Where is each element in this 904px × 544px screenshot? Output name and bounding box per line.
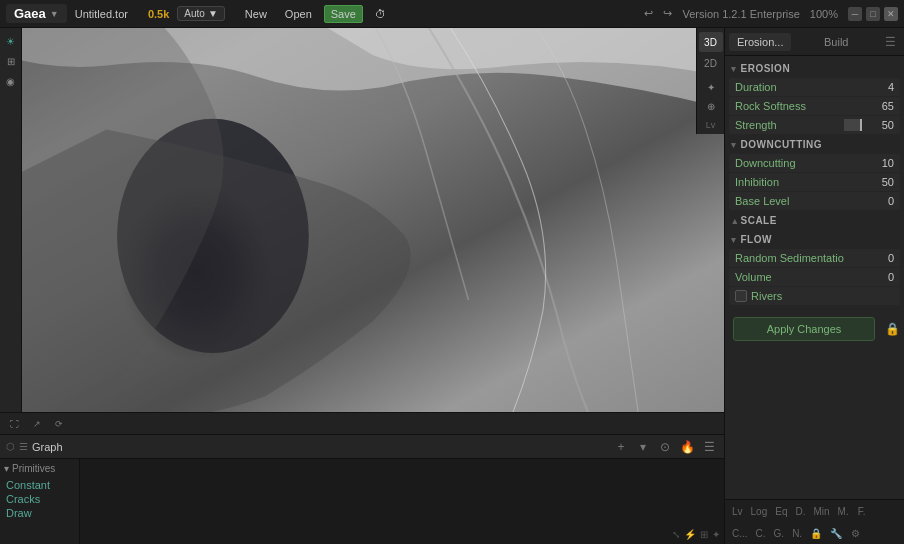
base-level-row[interactable]: Base Level 0 <box>729 192 900 210</box>
compass-icon[interactable]: ⊕ <box>702 97 720 115</box>
mini-d-button[interactable]: D. <box>792 505 808 518</box>
mini-f-button[interactable]: F. <box>854 505 870 518</box>
minimize-button[interactable]: ─ <box>848 7 862 21</box>
filename: Untitled.tor <box>75 8 128 20</box>
duration-row[interactable]: Duration 4 <box>729 78 900 96</box>
sphere-icon[interactable]: ◉ <box>2 72 20 90</box>
volume-row[interactable]: Volume 0 <box>729 268 900 286</box>
auto-button[interactable]: Auto ▼ <box>177 6 224 21</box>
lock-icon[interactable]: 🔒 <box>885 322 900 336</box>
scale-section-header[interactable]: ▸ SCALE <box>725 212 904 229</box>
save-button[interactable]: Save <box>324 5 363 23</box>
graph-dropdown-button[interactable]: ▾ <box>634 438 652 456</box>
version-label: Version 1.2.1 Enterprise <box>682 8 799 20</box>
panel-mini-toolbar: Lv Log Eq D. Min M. F. C... C. G. N. 🔒 🔧… <box>725 499 904 544</box>
random-sed-value: 0 <box>870 252 894 264</box>
tab-build[interactable]: Build <box>816 33 856 51</box>
mini-gear-button[interactable]: ⚙ <box>847 527 863 540</box>
maximize-button[interactable]: □ <box>866 7 880 21</box>
poly-count[interactable]: 0.5k <box>148 8 169 20</box>
app-menu-chevron: ▼ <box>50 9 59 19</box>
viewport-left-tools: ☀ ⊞ ◉ <box>0 28 22 412</box>
open-button[interactable]: Open <box>279 6 318 22</box>
graph-header: ⬡ ☰ Graph + ▾ ⊙ 🔥 ☰ <box>0 435 724 459</box>
3d-viewport[interactable]: ☀ ⊞ ◉ 3D 2D ✦ ⊕ Lv <box>0 28 724 412</box>
brightness-icon[interactable]: ✦ <box>702 78 720 96</box>
graph-header-right: + ▾ ⊙ 🔥 ☰ <box>612 438 718 456</box>
rock-softness-value: 65 <box>870 100 894 112</box>
mini-m-button[interactable]: M. <box>835 505 852 518</box>
graph-flame-button[interactable]: 🔥 <box>678 438 696 456</box>
erosion-chevron: ▾ <box>731 64 737 74</box>
graph-content: ▾ Primitives Constant Cracks Draw ⤡ ⚡ ⊞ … <box>0 459 724 544</box>
random-sed-label: Random Sedimentatio <box>735 252 866 264</box>
strength-label: Strength <box>735 119 840 131</box>
app-logo[interactable]: Gaea ▼ <box>6 4 67 23</box>
strength-row[interactable]: Strength 50 <box>729 116 900 134</box>
rivers-label: Rivers <box>751 290 894 302</box>
downcutting-chevron: ▾ <box>731 140 737 150</box>
graph-add-button[interactable]: + <box>612 438 630 456</box>
close-button[interactable]: ✕ <box>884 7 898 21</box>
graph-nodes-area[interactable]: ⤡ ⚡ ⊞ ✦ <box>80 459 724 544</box>
auto-chevron: ▼ <box>208 8 218 19</box>
graph-tool-3[interactable]: ⊞ <box>700 529 708 540</box>
rock-softness-row[interactable]: Rock Softness 65 <box>729 97 900 115</box>
graph-menu-button[interactable]: ☰ <box>700 438 718 456</box>
graph-tool-1[interactable]: ⤡ <box>672 529 680 540</box>
terrain-view <box>0 28 724 412</box>
random-sed-row[interactable]: Random Sedimentatio 0 <box>729 249 900 267</box>
redo-icon[interactable]: ↪ <box>663 7 672 20</box>
downcutting-value: 10 <box>870 157 894 169</box>
mini-wrench-button[interactable]: 🔧 <box>827 527 845 540</box>
base-level-value: 0 <box>870 195 894 207</box>
2d-mode-button[interactable]: 2D <box>699 53 723 73</box>
erosion-section-header[interactable]: ▾ EROSION <box>725 60 904 77</box>
inhibition-label: Inhibition <box>735 176 866 188</box>
inhibition-row[interactable]: Inhibition 50 <box>729 173 900 191</box>
new-button[interactable]: New <box>239 6 273 22</box>
graph-tool-4[interactable]: ✦ <box>712 529 720 540</box>
graph-location-button[interactable]: ⊙ <box>656 438 674 456</box>
flow-chevron: ▾ <box>731 235 737 245</box>
tab-erosion[interactable]: Erosion... <box>729 33 791 51</box>
viewport-rotate-icon: ⟳ <box>51 418 67 430</box>
mini-n-button[interactable]: N. <box>789 527 805 540</box>
mini-c1-button[interactable]: C... <box>729 527 751 540</box>
primitives-label: Primitives <box>12 463 55 474</box>
mini-min-button[interactable]: Min <box>810 505 832 518</box>
graph-title-area: ⬡ ☰ Graph <box>6 441 606 453</box>
layers-icon[interactable]: ⊞ <box>2 52 20 70</box>
erosion-section-label: EROSION <box>741 63 791 74</box>
inhibition-value: 50 <box>870 176 894 188</box>
rivers-row[interactable]: Rivers <box>729 287 900 305</box>
3d-mode-button[interactable]: 3D <box>699 32 723 52</box>
mini-g-button[interactable]: G. <box>771 527 788 540</box>
main-area: ☀ ⊞ ◉ 3D 2D ✦ ⊕ Lv ⛶ ↗ ⟳ ⬡ ☰ <box>0 28 904 544</box>
primitive-draw[interactable]: Draw <box>4 506 75 520</box>
mini-c2-button[interactable]: C. <box>753 527 769 540</box>
duration-label: Duration <box>735 81 866 93</box>
sun-icon[interactable]: ☀ <box>2 32 20 50</box>
panel-menu-button[interactable]: ☰ <box>881 33 900 51</box>
viewport-bottom-bar: ⛶ ↗ ⟳ <box>0 412 724 434</box>
undo-icon[interactable]: ↩ <box>644 7 653 20</box>
downcutting-section-label: DOWNCUTTING <box>741 139 823 150</box>
viewport-area: ☀ ⊞ ◉ 3D 2D ✦ ⊕ Lv ⛶ ↗ ⟳ ⬡ ☰ <box>0 28 724 544</box>
mini-lv-button[interactable]: Lv <box>729 505 746 518</box>
primitives-panel: ▾ Primitives Constant Cracks Draw <box>0 459 80 544</box>
primitive-constant[interactable]: Constant <box>4 478 75 492</box>
downcutting-row[interactable]: Downcutting 10 <box>729 154 900 172</box>
mini-log-button[interactable]: Log <box>748 505 771 518</box>
strength-value: 50 <box>870 119 894 131</box>
graph-tool-2[interactable]: ⚡ <box>684 529 696 540</box>
mini-lock-button[interactable]: 🔒 <box>807 527 825 540</box>
graph-icon: ⬡ <box>6 441 15 452</box>
rivers-checkbox[interactable] <box>735 290 747 302</box>
apply-changes-button[interactable]: Apply Changes <box>733 317 875 341</box>
primitive-cracks[interactable]: Cracks <box>4 492 75 506</box>
mini-eq-button[interactable]: Eq <box>772 505 790 518</box>
downcutting-section-header[interactable]: ▾ DOWNCUTTING <box>725 136 904 153</box>
apply-row: Apply Changes 🔒 <box>725 307 904 351</box>
flow-section-header[interactable]: ▾ FLOW <box>725 231 904 248</box>
